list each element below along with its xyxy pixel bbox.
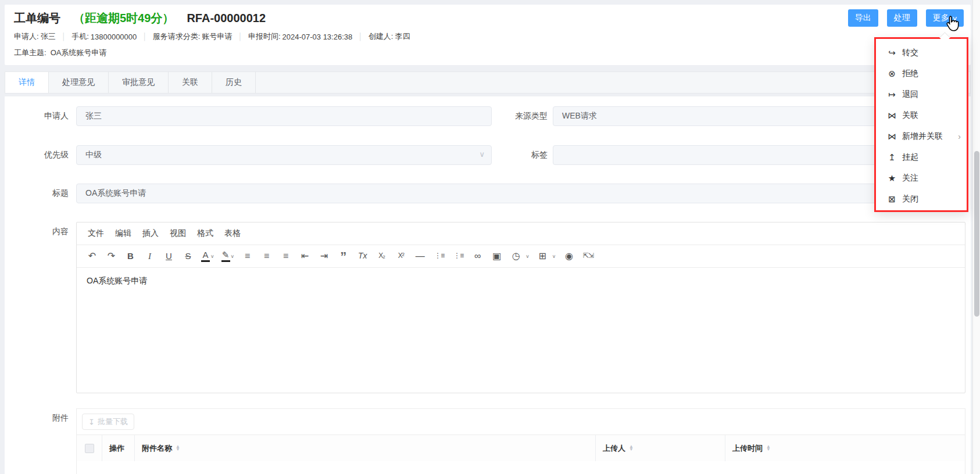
bullet-list-icon[interactable]: ⋮≡ <box>433 252 445 260</box>
menu-item-6[interactable]: ↥挂起 <box>876 147 967 168</box>
menu-item-label: 新增并关联 <box>902 131 943 142</box>
menu-item-8[interactable]: ⊠关闭 <box>876 189 967 210</box>
backcolor-icon[interactable]: ✎ <box>221 250 230 263</box>
link-icon: ⋈ <box>887 110 897 121</box>
source-type-label: 来源类型 <box>492 111 548 121</box>
title-row: 工单编号 （距逾期5时49分） RFA-00000012 <box>14 10 961 26</box>
editor-content[interactable]: OA系统账号申请 <box>77 268 965 295</box>
image-icon[interactable]: ▣ <box>491 251 503 261</box>
column-header-2[interactable]: 附件名称▲▼ <box>135 435 596 461</box>
sort-icon[interactable]: ▲▼ <box>629 446 634 451</box>
menubar-item[interactable]: 插入 <box>141 227 160 240</box>
separator-icon: │ <box>62 33 66 41</box>
column-label: 操作 <box>109 443 124 454</box>
chevron-down-icon[interactable]: ∨ <box>210 254 214 259</box>
align-left-icon[interactable]: ≡ <box>241 251 253 261</box>
chevron-down-icon[interactable]: ∨ <box>231 254 235 259</box>
export-button[interactable]: 导出 <box>848 9 878 27</box>
editor-toolbar: ↶↷BIUSA∨✎∨≡≡≡⇤⇥”TxX₂X²—⋮≡⋮≡∞▣◷∨⊞∨◉⇱⇲ <box>77 245 965 268</box>
redo-icon[interactable]: ↷ <box>105 251 117 261</box>
table-icon[interactable]: ⊞ <box>537 251 549 261</box>
menubar-item[interactable]: 格式 <box>195 227 215 240</box>
menubar-item[interactable]: 文件 <box>86 227 106 240</box>
content-label: 内容 <box>31 227 69 237</box>
meta-value: 李四 <box>395 31 410 42</box>
forecolor-icon[interactable]: A <box>201 250 210 263</box>
blockquote-icon[interactable]: ” <box>337 253 349 260</box>
sort-desc-icon: ▼ <box>766 448 771 451</box>
process-button[interactable]: 处理 <box>887 9 917 27</box>
sort-icon[interactable]: ▲▼ <box>766 446 771 451</box>
work-order-page: 工单编号 （距逾期5时49分） RFA-00000012 申请人:张三│手机:1… <box>0 0 980 474</box>
fullscreen-icon[interactable]: ⇱⇲ <box>582 252 594 260</box>
order-number: RFA-00000012 <box>187 12 266 25</box>
column-header-3[interactable]: 上传人▲▼ <box>596 435 725 461</box>
scrollbar-thumb[interactable] <box>974 151 979 317</box>
outdent-icon[interactable]: ⇤ <box>299 251 311 261</box>
tab-5[interactable]: 历史 <box>212 72 256 93</box>
sort-icon[interactable]: ▲▼ <box>176 446 180 451</box>
form-row-3: 标题 <box>31 184 965 203</box>
title-field[interactable] <box>76 184 965 203</box>
close-icon: ⊠ <box>887 194 897 204</box>
italic-icon[interactable]: I <box>144 252 156 261</box>
tab-2[interactable]: 处理意见 <box>49 72 109 93</box>
chevron-down-icon: ∨ <box>952 15 957 21</box>
column-header-1: 操作 <box>102 435 135 461</box>
attachments-table-body <box>77 461 965 474</box>
subject-label: 工单主题: <box>14 48 47 58</box>
header-buttons: 导出处理更多∨ <box>848 9 964 27</box>
menu-item-1[interactable]: ↪转交 <box>876 42 967 63</box>
content-row: 内容 文件编辑插入视图格式表格 ↶↷BIUSA∨✎∨≡≡≡⇤⇥”TxX₂X²—⋮… <box>31 222 965 393</box>
datetime-icon[interactable]: ◷ <box>510 251 522 261</box>
separator-icon: │ <box>238 33 242 41</box>
strikethrough-icon[interactable]: S <box>182 252 194 261</box>
menu-item-7[interactable]: ★关注 <box>876 168 967 189</box>
batch-download-button[interactable]: ↧ 批量下载 <box>82 414 134 430</box>
subject-row: 工单主题: OA系统账号申请 <box>14 48 961 58</box>
menu-item-label: 挂起 <box>902 152 918 163</box>
meta-label: 服务请求分类: <box>153 31 201 42</box>
more-button[interactable]: 更多∨ <box>926 9 964 27</box>
menubar-item[interactable]: 编辑 <box>113 227 133 240</box>
tab-label: 关联 <box>182 77 198 88</box>
separator-icon: │ <box>142 33 147 41</box>
tab-1[interactable]: 详情 <box>5 72 49 93</box>
menubar-item[interactable]: 视图 <box>168 227 188 240</box>
subscript-icon[interactable]: X₂ <box>375 252 388 260</box>
superscript-icon[interactable]: X² <box>395 252 407 260</box>
return-icon: ↦ <box>887 89 897 100</box>
suspend-icon: ↥ <box>887 152 897 163</box>
menubar-item[interactable]: 表格 <box>223 227 242 240</box>
menu-item-3[interactable]: ↦退回 <box>876 84 967 105</box>
align-right-icon[interactable]: ≡ <box>280 251 292 261</box>
menu-item-5[interactable]: ⋈新增并关联› <box>876 126 967 147</box>
underline-icon[interactable]: U <box>163 252 175 261</box>
button-label: 更多 <box>933 13 949 23</box>
preview-icon[interactable]: ◉ <box>563 251 575 261</box>
numbered-list-icon[interactable]: ⋮≡ <box>452 252 464 260</box>
applicant-field[interactable] <box>76 106 492 126</box>
priority-select[interactable]: ∨ <box>76 145 492 165</box>
bold-icon[interactable]: B <box>124 252 137 261</box>
tab-4[interactable]: 关联 <box>169 72 212 93</box>
form-row-2: 优先级 ∨ 标签 <box>31 145 965 165</box>
column-header-4[interactable]: 上传时间▲▼ <box>725 435 965 461</box>
align-center-icon[interactable]: ≡ <box>260 251 273 261</box>
button-label: 处理 <box>894 13 910 23</box>
menu-item-label: 拒绝 <box>902 69 918 79</box>
horizontal-rule-icon[interactable]: — <box>414 251 426 261</box>
meta-row: 申请人:张三│手机:13800000000│服务请求分类:账号申请│申报时间:2… <box>14 31 961 42</box>
undo-icon[interactable]: ↶ <box>86 251 98 261</box>
priority-value[interactable] <box>76 145 492 165</box>
tab-3[interactable]: 审批意见 <box>109 72 169 93</box>
chevron-down-icon[interactable]: ∨ <box>525 254 530 259</box>
select-all-checkbox[interactable] <box>85 444 94 453</box>
indent-icon[interactable]: ⇥ <box>318 251 330 261</box>
chevron-down-icon[interactable]: ∨ <box>552 254 556 259</box>
clear-formatting-icon[interactable]: Tx <box>356 252 369 260</box>
menu-item-4[interactable]: ⋈关联 <box>876 105 967 126</box>
link-icon[interactable]: ∞ <box>471 251 484 261</box>
menu-item-2[interactable]: ⊗拒绝 <box>876 63 967 84</box>
editor-menubar: 文件编辑插入视图格式表格 <box>77 222 965 245</box>
